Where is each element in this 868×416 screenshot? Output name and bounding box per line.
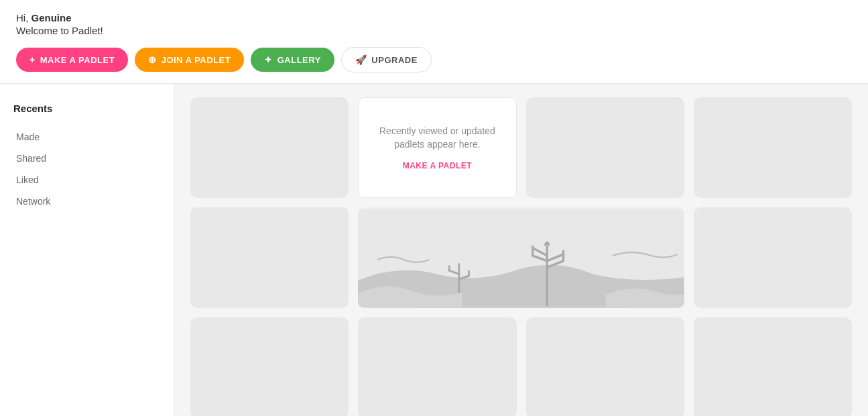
join-padlet-button[interactable]: ⊕ Join a Padlet — [135, 48, 244, 72]
padlet-card-desert[interactable] — [358, 207, 684, 308]
padlet-grid: Recently viewed or updated padlets appea… — [190, 97, 852, 416]
gallery-button[interactable]: ✦ Gallery — [251, 48, 334, 72]
upgrade-button[interactable]: 🚀 Upgrade — [341, 47, 432, 72]
padlet-card-featured: Recently viewed or updated padlets appea… — [358, 97, 516, 198]
sidebar-item-liked[interactable]: Liked — [13, 169, 160, 191]
content-area: Recently viewed or updated padlets appea… — [174, 84, 868, 416]
plus-icon: + — [29, 54, 36, 65]
padlet-card[interactable] — [190, 97, 349, 198]
star-icon: ✦ — [264, 54, 273, 65]
padlet-card[interactable] — [526, 317, 684, 416]
padlet-card[interactable] — [694, 207, 852, 308]
action-buttons: + Make a Padlet ⊕ Join a Padlet ✦ Galler… — [16, 47, 852, 72]
username: Genuine — [32, 12, 72, 23]
header: Hi, Genuine Welcome to Padlet! + Make a … — [0, 0, 868, 84]
make-padlet-label: Make a Padlet — [40, 55, 115, 65]
empty-state-link[interactable]: Make a Padlet — [403, 161, 472, 170]
padlet-card[interactable] — [358, 317, 516, 416]
sidebar-item-made[interactable]: Made — [13, 126, 160, 148]
padlet-card[interactable] — [526, 97, 684, 198]
padlet-card[interactable] — [190, 317, 349, 416]
padlet-card[interactable] — [694, 97, 852, 198]
sidebar: Recents Made Shared Liked Network — [0, 84, 174, 416]
empty-state-text: Recently viewed or updated padlets appea… — [372, 125, 502, 151]
join-padlet-label: Join a Padlet — [162, 55, 231, 65]
gallery-label: Gallery — [277, 55, 321, 65]
rocket-icon: 🚀 — [355, 54, 367, 65]
upgrade-label: Upgrade — [371, 55, 418, 65]
sidebar-item-network[interactable]: Network — [13, 191, 160, 212]
make-padlet-button[interactable]: + Make a Padlet — [16, 48, 128, 72]
greeting: Hi, Genuine — [16, 12, 852, 23]
welcome-text: Welcome to Padlet! — [16, 25, 852, 36]
link-icon: ⊕ — [148, 54, 157, 65]
padlet-card[interactable] — [190, 207, 349, 308]
sidebar-section-title: Recents — [13, 103, 160, 114]
padlet-card[interactable] — [694, 317, 852, 416]
main-layout: Recents Made Shared Liked Network Recent… — [0, 84, 868, 416]
sidebar-item-shared[interactable]: Shared — [13, 148, 160, 169]
